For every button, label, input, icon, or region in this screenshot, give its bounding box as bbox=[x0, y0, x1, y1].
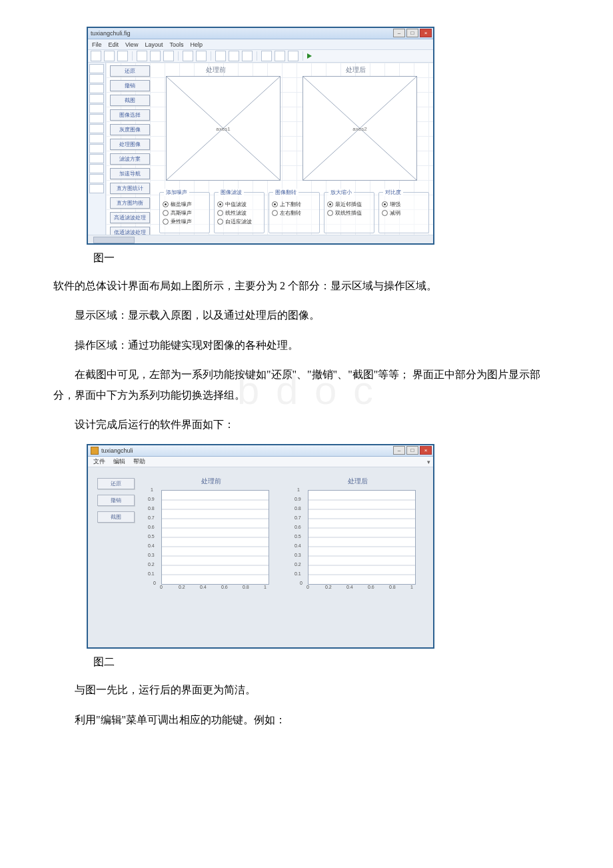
toolbar-open-icon[interactable] bbox=[104, 51, 115, 61]
toolbar-editor-icon[interactable] bbox=[242, 51, 253, 61]
btn-undo[interactable]: 撤销 bbox=[97, 495, 135, 506]
palette-edit-icon[interactable] bbox=[89, 114, 104, 123]
btn-lowpass[interactable]: 低通滤波处理 bbox=[110, 227, 150, 235]
btn-highpass[interactable]: 高通滤波处理 bbox=[110, 212, 150, 223]
menu-file-zh[interactable]: 文件 bbox=[93, 457, 105, 466]
fig1-label-before: 处理前 bbox=[206, 65, 226, 75]
fig1-axes2-name: axes2 bbox=[352, 125, 366, 131]
btn-gray[interactable]: 灰度图像 bbox=[110, 124, 150, 135]
toolbar-toolbar-editor-icon[interactable] bbox=[275, 51, 285, 61]
palette-text-icon[interactable] bbox=[89, 124, 104, 133]
toolbar-redo-icon[interactable] bbox=[196, 51, 207, 61]
fig1-label-after: 处理后 bbox=[346, 65, 366, 75]
maximize-button[interactable]: □ bbox=[406, 446, 418, 455]
radio-linear[interactable]: 线性滤波 bbox=[217, 209, 261, 217]
btn-process[interactable]: 处理图像 bbox=[110, 139, 150, 150]
fig1-axes-after[interactable]: axes2 bbox=[303, 76, 417, 181]
btn-hist-eq[interactable]: 直方图均衡 bbox=[110, 197, 150, 209]
palette-table-icon[interactable] bbox=[89, 164, 104, 173]
para-2: 显示区域：显示载入原图，以及通过处理后的图像。 bbox=[53, 305, 560, 325]
radio-bilinear[interactable]: 双线性插值 bbox=[327, 209, 371, 217]
menu-file[interactable]: File bbox=[92, 41, 102, 48]
fig1-menubar: File Edit View Layout Tools Help bbox=[88, 39, 433, 50]
radio-flip-v[interactable]: 上下翻转 bbox=[272, 201, 316, 208]
para-3: 操作区域：通过功能键实现对图像的各种处理。 bbox=[53, 335, 560, 355]
btn-restore[interactable]: 还原 bbox=[110, 65, 150, 77]
radio-speckle-noise[interactable]: 乘性噪声 bbox=[163, 218, 207, 225]
menu-dropdown-icon[interactable]: ▾ bbox=[427, 459, 430, 465]
toolbar-paste-icon[interactable] bbox=[163, 51, 174, 61]
fig1-axes-before[interactable]: axes1 bbox=[166, 76, 281, 181]
ytick: 0.7 bbox=[148, 515, 155, 520]
radio-enhance[interactable]: 增强 bbox=[382, 201, 426, 208]
menu-edit[interactable]: Edit bbox=[109, 41, 119, 48]
menu-layout[interactable]: Layout bbox=[145, 41, 163, 48]
palette-panel-icon[interactable] bbox=[89, 184, 104, 193]
ytick: 0.6 bbox=[148, 525, 155, 529]
btn-filter-plan[interactable]: 滤波方案 bbox=[110, 153, 150, 165]
radio-weaken[interactable]: 减弱 bbox=[382, 209, 426, 217]
fig1-canvas[interactable]: 还原 撤销 截图 图像选择 灰度图像 处理图像 滤波方案 加速导航 直方图统计 … bbox=[106, 63, 433, 235]
toolbar-save-icon[interactable] bbox=[117, 51, 128, 61]
fig2-axes-before[interactable] bbox=[161, 490, 269, 585]
radio-flip-h[interactable]: 左右翻转 bbox=[272, 209, 316, 217]
btn-screenshot[interactable]: 截图 bbox=[110, 95, 150, 106]
ytick: 0.9 bbox=[148, 497, 155, 501]
close-button[interactable]: × bbox=[420, 29, 432, 37]
fig1-horizontal-scrollbar[interactable] bbox=[88, 235, 433, 243]
btn-nav[interactable]: 加速导航 bbox=[110, 168, 150, 179]
btn-select[interactable]: 图像选择 bbox=[110, 109, 150, 121]
btn-screenshot[interactable]: 截图 bbox=[97, 511, 135, 523]
menu-edit-zh[interactable]: 编辑 bbox=[113, 457, 125, 466]
menu-help-zh[interactable]: 帮助 bbox=[133, 457, 145, 466]
btn-restore[interactable]: 还原 bbox=[97, 478, 135, 489]
group-noise-title: 添加噪声 bbox=[164, 189, 189, 196]
xtick: 0.8 bbox=[389, 585, 396, 589]
fig2-label-before: 处理前 bbox=[201, 477, 221, 486]
radio-gaussian-noise[interactable]: 高斯噪声 bbox=[163, 209, 207, 217]
minimize-button[interactable]: – bbox=[393, 446, 405, 455]
palette-listbox-icon[interactable] bbox=[89, 144, 104, 153]
fig1-titlebar[interactable]: tuxiangchuli.fig – □ × bbox=[88, 28, 433, 39]
minimize-button[interactable]: – bbox=[393, 29, 405, 37]
figure-2-window: tuxiangchuli – □ × 文件 编辑 帮助 ▾ 还原 撤销 截图 处… bbox=[87, 444, 434, 649]
menu-view[interactable]: View bbox=[125, 41, 138, 48]
toolbar-distribute-icon[interactable] bbox=[229, 51, 239, 61]
ytick: 1 bbox=[151, 487, 153, 492]
ytick: 0.1 bbox=[148, 571, 155, 576]
toolbar-align-icon[interactable] bbox=[215, 51, 226, 61]
palette-pointer-icon[interactable] bbox=[89, 64, 104, 73]
xtick: 0.4 bbox=[346, 585, 353, 589]
menu-tools[interactable]: Tools bbox=[169, 41, 183, 48]
palette-pushbutton-icon[interactable] bbox=[89, 74, 104, 83]
palette-toggle-icon[interactable] bbox=[89, 154, 104, 163]
fig2-axes-after[interactable] bbox=[308, 490, 416, 585]
toolbar-cut-icon[interactable] bbox=[137, 51, 147, 61]
palette-popup-icon[interactable] bbox=[89, 134, 104, 143]
radio-nearest[interactable]: 最近邻插值 bbox=[327, 201, 371, 208]
btn-undo[interactable]: 撤销 bbox=[110, 80, 150, 91]
toolbar-property-icon[interactable] bbox=[288, 51, 299, 61]
toolbar-tab-order-icon[interactable] bbox=[261, 51, 272, 61]
radio-median[interactable]: 中值滤波 bbox=[217, 201, 261, 208]
toolbar-undo-icon[interactable] bbox=[183, 51, 193, 61]
palette-checkbox-icon[interactable] bbox=[89, 104, 104, 113]
toolbar-run-icon[interactable] bbox=[307, 53, 312, 59]
para-5: 设计完成后运行的软件界面如下： bbox=[53, 415, 560, 435]
fig2-titlebar[interactable]: tuxiangchuli – □ × bbox=[88, 445, 433, 457]
fig2-function-buttons: 还原 撤销 截图 bbox=[97, 478, 135, 523]
toolbar-new-icon[interactable] bbox=[91, 51, 101, 61]
menu-help[interactable]: Help bbox=[190, 41, 203, 48]
radio-salt-pepper[interactable]: 椒盐噪声 bbox=[163, 201, 207, 208]
palette-radio-icon[interactable] bbox=[89, 94, 104, 103]
fig1-title-text: tuxiangchuli.fig bbox=[91, 30, 131, 37]
toolbar-copy-icon[interactable] bbox=[150, 51, 161, 61]
app-icon bbox=[91, 447, 99, 455]
btn-hist-stat[interactable]: 直方图统计 bbox=[110, 183, 150, 194]
ytick: 0.2 bbox=[148, 562, 155, 567]
close-button[interactable]: × bbox=[420, 446, 432, 455]
palette-slider-icon[interactable] bbox=[89, 84, 104, 93]
maximize-button[interactable]: □ bbox=[406, 29, 418, 37]
palette-axes-icon[interactable] bbox=[89, 174, 104, 183]
radio-adaptive[interactable]: 自适应滤波 bbox=[217, 218, 261, 225]
